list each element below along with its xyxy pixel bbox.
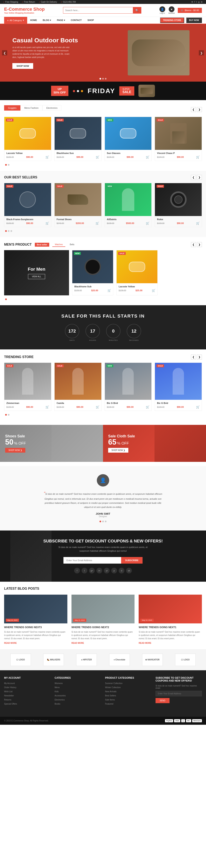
subscribe-submit-btn[interactable]: SUBSCRIBE — [121, 557, 143, 564]
subscribe-social-skype[interactable]: sk — [126, 568, 132, 574]
nav-shop[interactable]: SHOP — [85, 17, 97, 24]
subscribe-social-facebook[interactable]: f — [74, 568, 80, 574]
subscribe-social-twitter[interactable]: t — [82, 568, 87, 574]
footer-link-returns[interactable]: Returns — [4, 699, 11, 701]
sale-shop-btn-2[interactable]: Shop Now ❯ — [108, 448, 128, 453]
footer-link-new-arrivals[interactable]: New Arrivals — [105, 690, 117, 693]
mens-cart-icon-2[interactable]: 🛒 — [152, 289, 155, 292]
search-input[interactable] — [63, 7, 133, 13]
goggle-dot-2[interactable] — [8, 164, 9, 166]
cat-tab-electronics[interactable]: Electronics — [43, 105, 61, 111]
footer-link-books[interactable]: Books — [55, 703, 60, 705]
hero-next-btn[interactable]: ❯ — [199, 50, 204, 56]
brand-logo-chocolate[interactable]: ♦ Chocolate — [109, 654, 130, 666]
bs-cart-icon-4[interactable]: 🛒 — [196, 222, 200, 225]
add-to-cart-icon-2[interactable]: 🛒 — [96, 155, 99, 159]
nav-page[interactable]: PAGE ▾ — [54, 17, 68, 24]
social-mail-icon[interactable]: ✉ — [191, 1, 193, 3]
wishlist-icon-area[interactable]: ♥ Wishlist — [168, 6, 175, 14]
footer-link-best-sellers[interactable]: Best Sellers — [105, 694, 116, 697]
blog-card-1[interactable]: May 13, 2015 WHERE TRENDS GOING NEXT3 Si… — [4, 595, 67, 644]
mens-prev-btn[interactable]: ❮ — [191, 242, 196, 247]
social-twitter-icon[interactable]: t — [196, 1, 197, 3]
product-card-sunglasses-bs[interactable]: SALE Black-Frame-Sunglasses $109.00 $90.… — [4, 183, 51, 227]
product-card-rolex-bs[interactable]: SALE Rolex $109.00 $90.00 🛒 — [155, 183, 202, 227]
nav-contact[interactable]: CONTACT — [68, 17, 85, 24]
brand-logo-6[interactable]: ⬡ LOGO — [175, 654, 196, 666]
trending-prev-btn[interactable]: ❮ — [191, 354, 196, 360]
trending-cart-icon-1[interactable]: 🛒 — [46, 405, 49, 409]
add-to-cart-icon-1[interactable]: 🛒 — [46, 155, 49, 159]
hero-dot-1[interactable] — [100, 78, 101, 80]
hero-dot-3[interactable] — [105, 78, 106, 80]
hero-prev-btn[interactable]: ❮ — [2, 50, 7, 56]
footer-link-order-history[interactable]: Order History — [4, 686, 16, 688]
goggles-prev-btn[interactable]: ❮ — [191, 107, 196, 112]
trending-product-bic-g-brid-2[interactable]: SALE Bic G Brid $109.00 $90.00 🛒 — [155, 363, 202, 411]
logo[interactable]: E-Commerce Shop Your Online Shopping Des… — [4, 7, 45, 14]
best-sellers-next-btn[interactable]: ❯ — [197, 175, 202, 180]
view-all-btn[interactable]: VIEW ALL — [28, 274, 45, 279]
goggle-dot-1[interactable] — [5, 164, 7, 166]
blog-read-more-3[interactable]: READ MORE — [139, 642, 202, 644]
cart-button[interactable]: 🛒 $items - $0.00 — [178, 8, 202, 13]
social-instagram-icon[interactable]: in — [201, 1, 203, 3]
bs-cart-icon-2[interactable]: 🛒 — [96, 222, 99, 225]
mens-dot-1[interactable] — [5, 299, 7, 300]
footer-link-mens[interactable]: Mens — [55, 686, 59, 688]
footer-link-winter[interactable]: Winter Collection — [105, 686, 121, 688]
bs-cart-icon-1[interactable]: 🛒 — [46, 222, 49, 225]
trending-product-bic-g-brid-1[interactable]: NEW Bic G Brid $109.00 $90.00 🛒 — [105, 363, 152, 411]
product-card-vincent-chase[interactable]: SALE Vincent Chase P $109.00 $90.00 🛒 — [155, 117, 202, 161]
footer-email-input[interactable] — [156, 691, 202, 696]
test-dot-2[interactable] — [102, 521, 104, 522]
mens-next-btn[interactable]: ❯ — [197, 242, 202, 247]
footer-link-featured[interactable]: Featured — [105, 703, 113, 705]
test-dot-3[interactable] — [105, 521, 106, 522]
product-card-formal-shoes-bs[interactable]: SALE Formal Shoes $249.00 $200.00 🛒 — [54, 183, 102, 227]
footer-link-sale-items[interactable]: Sale Items — [105, 699, 115, 701]
mens-tab-watches[interactable]: Watches — [52, 243, 65, 247]
footer-link-womens[interactable]: Womens — [55, 682, 62, 684]
footer-link-special-offers[interactable]: Special Offers — [4, 703, 17, 705]
footer-send-btn[interactable]: SEND — [156, 698, 170, 703]
nav-blog[interactable]: BLOG ▾ — [40, 17, 54, 24]
mens-product-lacoste-yellow[interactable]: SALE Lacoste Yellow $109.00 $25.00 🛒 — [117, 250, 158, 296]
best-sellers-prev-btn[interactable]: ❮ — [191, 175, 196, 180]
mens-cart-icon-1[interactable]: 🛒 — [107, 289, 111, 292]
brand-logo-hipster[interactable]: ♠ HIPSTER — [76, 654, 97, 666]
bs-dot-3[interactable] — [10, 230, 12, 232]
bs-dot-2[interactable] — [8, 230, 9, 232]
product-card-blackframe-sun[interactable]: SALE Blackframe Sun $109.00 $99.00 🛒 — [54, 117, 102, 161]
footer-link-summer[interactable]: Summer Collection — [105, 682, 122, 684]
buy-now-btn[interactable]: BUY NOW — [186, 18, 202, 23]
bs-cart-icon-3[interactable]: 🛒 — [146, 222, 149, 225]
product-card-allsaints-bs[interactable]: NEW AllSaints $109.00 $500.00 🛒 — [105, 183, 152, 227]
brand-logo-navigator[interactable]: ⊕ NAVIGATOR — [142, 654, 163, 666]
mens-product-blackframe-sub[interactable]: NEW Blackframe Sub $109.00 $20.00 🛒 — [72, 250, 113, 296]
trending-dot-2[interactable] — [8, 414, 9, 415]
search-button[interactable]: 🔍 — [133, 7, 141, 13]
add-to-cart-icon-4[interactable]: 🛒 — [196, 155, 200, 159]
footer-link-newsletter[interactable]: Newsletter — [4, 694, 14, 697]
footer-link-wish-list[interactable]: Wish List — [4, 690, 12, 693]
blog-card-2[interactable]: May 13, 2015 WHERE TRENDS GOING NEXT2 Si… — [72, 595, 135, 644]
footer-link-electronics[interactable]: Electronics — [55, 699, 65, 701]
social-googleplus-icon[interactable]: g — [198, 1, 200, 3]
brand-logo-walkers[interactable]: 🥾 WALKERS — [43, 654, 64, 666]
trending-dot-1[interactable] — [5, 414, 7, 415]
social-facebook-icon[interactable]: f — [195, 1, 195, 3]
brand-logo-1[interactable]: ⬡ LOGO — [10, 654, 31, 666]
hero-dot-2[interactable] — [102, 78, 104, 80]
trending-cart-icon-4[interactable]: 🛒 — [196, 405, 200, 409]
blog-card-3[interactable]: May 13, 2015 WHERE TRENDS GOING NEXT1 Si… — [139, 595, 202, 644]
trending-next-btn[interactable]: ❯ — [197, 354, 202, 360]
test-dot-1[interactable] — [100, 521, 101, 522]
sale-shop-btn-1[interactable]: Shop Now ❯ — [5, 448, 25, 453]
cat-tab-goggles[interactable]: Goggles — [4, 105, 20, 111]
subscribe-social-youtube[interactable]: yt — [104, 568, 110, 574]
trending-product-zimmerman[interactable]: SALE Zimmerman $109.00 $90.00 🛒 — [4, 363, 51, 411]
footer-link-kids[interactable]: Kids — [55, 690, 58, 693]
cat-tab-mens-fashion[interactable]: Mens Fashion — [20, 105, 43, 111]
nav-home[interactable]: HOME — [27, 17, 40, 24]
